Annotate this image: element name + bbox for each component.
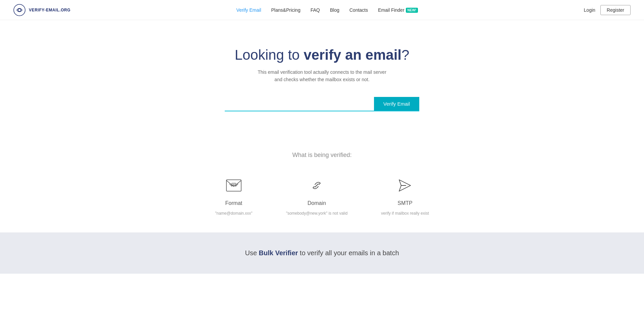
- format-label: Format: [225, 200, 243, 206]
- nav-verify-email[interactable]: Verify Email: [236, 7, 261, 13]
- nav-contacts[interactable]: Contacts: [350, 7, 368, 13]
- svg-rect-2: [226, 180, 241, 191]
- verify-email-button[interactable]: Verify Email: [374, 97, 419, 111]
- hero-subtitle-line2: and checks whether the mailbox exists or…: [274, 77, 369, 82]
- nav-faq[interactable]: FAQ: [311, 7, 320, 13]
- search-bar: Verify Email: [225, 97, 419, 111]
- bottom-text-normal: Use: [245, 249, 259, 257]
- hero-subtitle-line1: This email verification tool actually co…: [258, 69, 386, 75]
- features-title: What is being verified:: [292, 152, 352, 159]
- hero-headline: Looking to verify an email?: [235, 47, 410, 63]
- logo-icon: [13, 4, 25, 16]
- feature-format: Format "name@domain.xxx": [215, 175, 252, 216]
- domain-label: Domain: [308, 200, 326, 206]
- smtp-icon: [395, 175, 415, 196]
- nav-plans-pricing[interactable]: Plans&Pricing: [271, 7, 301, 13]
- svg-point-1: [18, 9, 21, 11]
- email-input[interactable]: [225, 97, 374, 111]
- feature-smtp: SMTP verify if mailbox really exist: [381, 175, 429, 216]
- login-link[interactable]: Login: [584, 7, 595, 13]
- main-nav: Verify Email Plans&Pricing FAQ Blog Cont…: [236, 7, 418, 13]
- register-button[interactable]: Register: [600, 5, 631, 15]
- smtp-description: verify if mailbox really exist: [381, 211, 429, 216]
- bottom-text-bold: Bulk Verifier: [259, 249, 298, 257]
- domain-icon: [307, 175, 327, 196]
- format-description: "name@domain.xxx": [215, 211, 252, 216]
- bottom-text: Use Bulk Verifier to verify all your ema…: [245, 249, 399, 257]
- svg-point-0: [14, 4, 25, 16]
- header: VERIFY-EMAIL.ORG Verify Email Plans&Pric…: [0, 0, 644, 20]
- hero-section: Looking to verify an email? This email v…: [0, 20, 644, 131]
- features-section: What is being verified: Format "name@dom…: [0, 131, 644, 232]
- format-icon: [224, 175, 244, 196]
- brand-name: VERIFY-EMAIL.ORG: [29, 8, 70, 12]
- feature-domain: Domain "somebody@new.york" is not valid: [286, 175, 347, 216]
- bottom-section: Use Bulk Verifier to verify all your ema…: [0, 232, 644, 274]
- features-grid: Format "name@domain.xxx" Domain "somebod…: [215, 175, 429, 216]
- logo[interactable]: VERIFY-EMAIL.ORG: [13, 4, 70, 16]
- hero-subtitle: This email verification tool actually co…: [258, 68, 386, 84]
- smtp-label: SMTP: [397, 200, 412, 206]
- hero-headline-bold: verify an email: [304, 47, 401, 63]
- hero-headline-end: ?: [401, 47, 409, 63]
- new-badge: NEW!: [406, 8, 418, 13]
- nav-blog[interactable]: Blog: [330, 7, 339, 13]
- bottom-text-end: to verify all your emails in a batch: [298, 249, 399, 257]
- auth-area: Login Register: [584, 5, 631, 15]
- domain-description: "somebody@new.york" is not valid: [286, 211, 347, 216]
- nav-email-finder[interactable]: Email FinderNEW!: [378, 7, 418, 13]
- hero-headline-normal: Looking to: [235, 47, 304, 63]
